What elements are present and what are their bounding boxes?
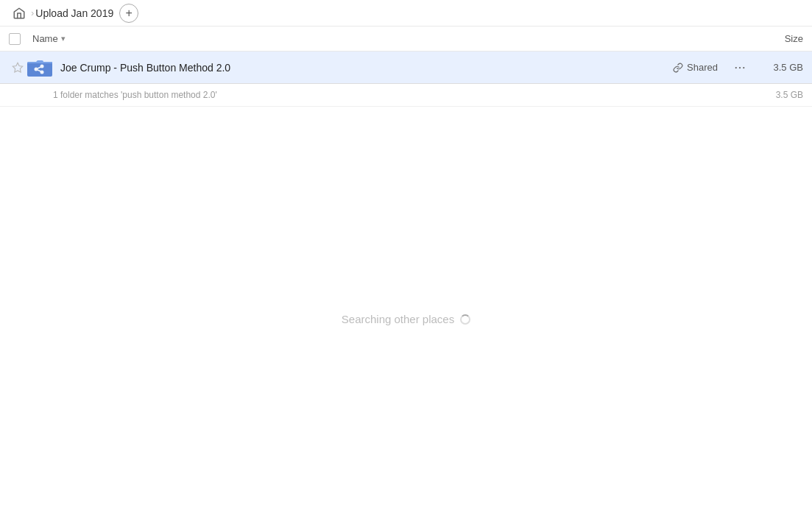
name-label: Name: [32, 33, 58, 44]
file-size: 3.5 GB: [759, 62, 803, 73]
match-size: 3.5 GB: [759, 90, 803, 100]
breadcrumb-title: Upload Jan 2019: [35, 7, 113, 19]
star-button[interactable]: [9, 62, 27, 74]
loading-spinner: [460, 314, 470, 325]
match-text: 1 folder matches 'push button method 2.0…: [53, 90, 759, 100]
name-column-header[interactable]: Name ▾: [32, 33, 744, 44]
svg-point-7: [735, 66, 737, 68]
add-button[interactable]: +: [119, 4, 138, 23]
svg-rect-1: [27, 62, 52, 77]
link-icon: [673, 63, 683, 73]
svg-point-9: [743, 66, 744, 68]
sort-chevron-icon: ▾: [61, 34, 66, 43]
svg-marker-0: [13, 63, 22, 72]
more-options-button[interactable]: [730, 57, 750, 78]
file-row: Joe Crump - Push Button Method 2.0 Share…: [0, 52, 812, 84]
folder-icon: [27, 54, 53, 81]
size-column-header: Size: [744, 33, 803, 44]
home-button[interactable]: [9, 3, 29, 24]
select-all-checkbox[interactable]: [9, 33, 32, 45]
header: › Upload Jan 2019 +: [0, 0, 812, 26]
more-icon: [733, 61, 746, 74]
shared-label: Shared: [687, 62, 718, 73]
searching-area: Searching other places: [0, 107, 812, 325]
breadcrumb-chevron: ›: [31, 7, 34, 18]
file-name[interactable]: Joe Crump - Push Button Method 2.0: [60, 62, 673, 74]
match-info-row: 1 folder matches 'push button method 2.0…: [0, 84, 812, 107]
shared-badge: Shared: [673, 62, 718, 73]
searching-text: Searching other places: [342, 313, 454, 325]
svg-point-8: [739, 66, 741, 68]
svg-point-2: [35, 67, 38, 71]
column-header: Name ▾ Size: [0, 26, 812, 52]
checkbox[interactable]: [9, 33, 21, 45]
